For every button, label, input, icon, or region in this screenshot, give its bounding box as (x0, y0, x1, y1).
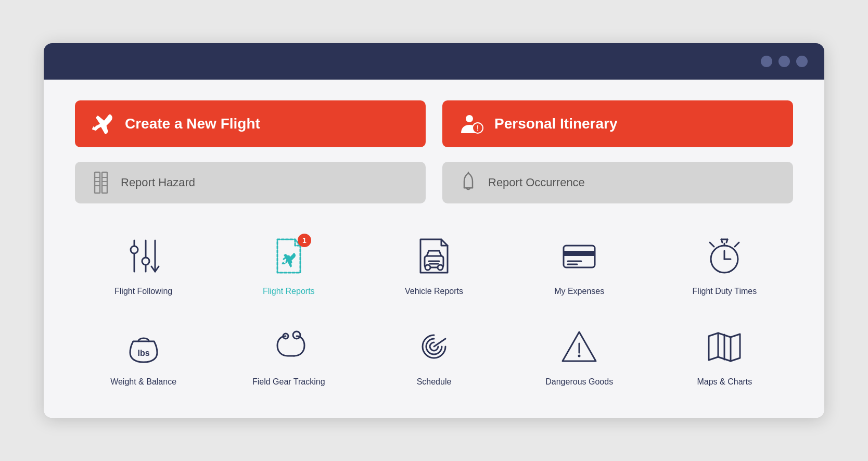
flight-reports-badge: 1 (298, 234, 311, 247)
svg-point-15 (142, 258, 149, 265)
top-buttons-row: Create a New Flight ! Personal Itinerary (75, 100, 793, 147)
secondary-buttons-row: Report Hazard Report Occurrence (75, 162, 793, 203)
plane-icon (92, 112, 114, 135)
svg-line-30 (735, 242, 739, 247)
content-area: Create a New Flight ! Personal Itinerary (44, 80, 824, 418)
svg-rect-23 (564, 251, 595, 256)
titlebar-dot-1 (761, 56, 772, 67)
my-expenses-item[interactable]: My Expenses (511, 224, 648, 302)
svg-point-36 (293, 331, 300, 339)
main-window: Create a New Flight ! Personal Itinerary (44, 43, 824, 418)
vehicle-reports-item[interactable]: Vehicle Reports (365, 224, 502, 302)
svg-line-34 (726, 239, 727, 242)
svg-text:lbs: lbs (137, 349, 149, 357)
danger-icon (556, 323, 603, 370)
maps-charts-label: Maps & Charts (697, 377, 752, 387)
report-occurrence-button[interactable]: Report Occurrence (442, 162, 793, 203)
reports-icon: 1 (265, 233, 312, 279)
svg-rect-3 (95, 172, 100, 193)
svg-line-38 (434, 339, 445, 347)
field-gear-tracking-item[interactable]: Field Gear Tracking (220, 315, 357, 393)
person-alert-icon: ! (459, 112, 484, 135)
schedule-item[interactable]: Schedule (365, 315, 502, 393)
personal-itinerary-button[interactable]: ! Personal Itinerary (442, 100, 793, 147)
hazard-icon (92, 171, 110, 194)
weight-icon: lbs (120, 323, 167, 370)
svg-point-0 (466, 115, 473, 122)
clock-icon (701, 233, 748, 279)
flight-following-label: Flight Following (114, 287, 172, 296)
weight-balance-item[interactable]: lbs Weight & Balance (75, 315, 212, 393)
vehicle-reports-label: Vehicle Reports (405, 287, 463, 296)
maps-charts-item[interactable]: Maps & Charts (656, 315, 793, 393)
svg-point-19 (438, 265, 443, 270)
flight-reports-item[interactable]: 1 Flight Reports (220, 224, 357, 302)
dangerous-goods-item[interactable]: Dangerous Goods (511, 315, 648, 393)
svg-point-18 (425, 265, 430, 270)
dangerous-goods-label: Dangerous Goods (545, 377, 613, 387)
personal-itinerary-label: Personal Itinerary (494, 116, 618, 132)
svg-text:!: ! (477, 124, 479, 132)
sliders-icon (120, 233, 167, 279)
svg-point-14 (131, 246, 138, 253)
titlebar (44, 43, 824, 80)
svg-point-40 (578, 355, 581, 357)
car-icon (411, 233, 457, 279)
report-hazard-button[interactable]: Report Hazard (75, 162, 426, 203)
bell-icon (459, 171, 478, 194)
flight-following-item[interactable]: Flight Following (75, 224, 212, 302)
report-occurrence-label: Report Occurrence (488, 176, 585, 189)
schedule-label: Schedule (417, 377, 452, 387)
svg-line-33 (721, 239, 722, 242)
titlebar-dot-2 (778, 56, 790, 67)
create-flight-label: Create a New Flight (125, 116, 260, 132)
weight-balance-label: Weight & Balance (110, 377, 176, 387)
create-flight-button[interactable]: Create a New Flight (75, 100, 426, 147)
my-expenses-label: My Expenses (554, 287, 604, 296)
schedule-icon (411, 323, 457, 370)
titlebar-dot-3 (796, 56, 808, 67)
map-icon (701, 323, 748, 370)
svg-rect-4 (102, 172, 107, 193)
icon-grid: Flight Following 1 (75, 224, 793, 393)
report-hazard-label: Report Hazard (121, 176, 195, 189)
field-gear-tracking-label: Field Gear Tracking (252, 377, 325, 387)
flight-duty-times-label: Flight Duty Times (693, 287, 757, 296)
flight-reports-label: Flight Reports (263, 287, 315, 296)
expenses-icon (556, 233, 603, 279)
gear-tracking-icon (265, 323, 312, 370)
flight-duty-times-item[interactable]: Flight Duty Times (656, 224, 793, 302)
svg-line-29 (710, 242, 714, 247)
